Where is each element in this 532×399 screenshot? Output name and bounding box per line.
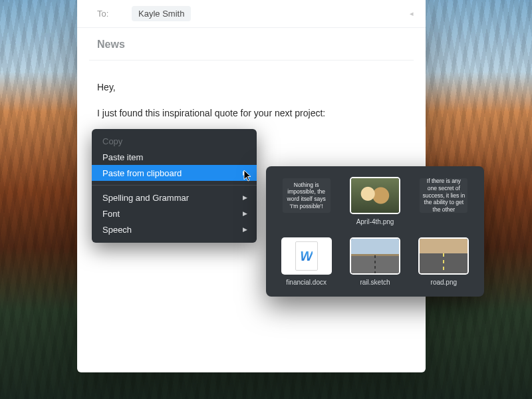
context-menu-item-font[interactable]: Font ▶ (92, 205, 257, 221)
clipboard-item-image[interactable]: April-4th.png (345, 178, 404, 225)
context-menu-item-paste-from-clipboard[interactable]: Paste from clipboard ▶ (92, 165, 257, 181)
context-menu-item-label: Paste item (102, 152, 143, 162)
clipboard-item-image[interactable]: road.png (414, 239, 473, 286)
context-menu-item-label: Spelling and Grammar (102, 193, 189, 203)
message-body[interactable]: Hey, I just found this inspirational quo… (77, 61, 426, 120)
context-menu-item-spelling[interactable]: Spelling and Grammar ▶ (92, 190, 257, 205)
clipboard-caption: April-4th.png (356, 218, 394, 225)
subject-field[interactable]: News (77, 28, 426, 51)
context-menu-item-label: Copy (102, 136, 122, 146)
context-menu: Copy Paste item Paste from clipboard ▶ S… (92, 129, 257, 243)
mouse-cursor-icon (243, 170, 253, 182)
submenu-arrow-icon: ▶ (243, 226, 247, 233)
clipboard-thumb (351, 178, 399, 213)
clipboard-thumb: If there is any one secret of success, i… (420, 178, 467, 213)
context-menu-item-label: Speech (102, 225, 132, 235)
clipboard-thumb (420, 239, 467, 273)
recipient-chip[interactable]: Kayle Smith (132, 6, 191, 21)
clipboard-thumb (351, 239, 399, 273)
to-field-row[interactable]: To: Kayle Smith ◂ (77, 0, 426, 28)
clipboard-caption: rail.sketch (360, 279, 390, 286)
clipboard-item-text[interactable]: Nothing is impossible, the word itself s… (277, 178, 336, 225)
body-line: Hey, (97, 80, 406, 94)
clipboard-thumb: Nothing is impossible, the word itself s… (283, 178, 331, 213)
menu-separator (92, 185, 257, 186)
context-menu-item-speech[interactable]: Speech ▶ (92, 221, 257, 237)
clipboard-item-image[interactable]: rail.sketch (345, 239, 404, 286)
clipboard-item-text[interactable]: If there is any one secret of success, i… (414, 178, 473, 225)
context-menu-item-label: Font (102, 209, 120, 219)
clipboard-item-file[interactable]: W financial.docx (277, 239, 336, 286)
submenu-arrow-icon: ▶ (243, 194, 247, 201)
clipboard-thumb: W (283, 239, 331, 273)
to-label: To: (97, 9, 124, 19)
word-doc-icon: W (300, 248, 313, 265)
clipboard-caption: road.png (431, 279, 457, 286)
context-menu-item-copy: Copy (92, 133, 257, 149)
context-menu-item-paste-item[interactable]: Paste item (92, 149, 257, 165)
submenu-arrow-icon: ▶ (243, 210, 247, 217)
clipboard-caption: financial.docx (286, 279, 327, 286)
body-line: I just found this inspirational quote fo… (97, 106, 406, 120)
context-menu-item-label: Paste from clipboard (102, 168, 182, 178)
clipboard-popover: Nothing is impossible, the word itself s… (266, 166, 484, 297)
expand-recipients-icon[interactable]: ◂ (410, 9, 414, 18)
